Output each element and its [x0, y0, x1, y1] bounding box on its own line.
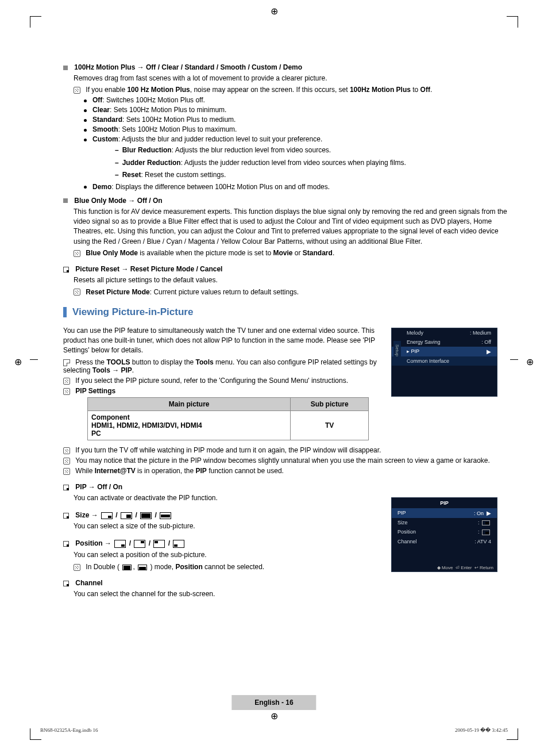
table-cell-main: Component HDMI1, HDMI2, HDMI3/DVI, HDMI4… — [88, 410, 291, 440]
pip-settings-table: Main picture Sub picture Component HDMI1… — [87, 397, 369, 440]
bullet-line: Demo: Displays the difference between 10… — [74, 183, 508, 191]
footer-timestamp: 2009-05-19 �� 3:42:45 — [455, 727, 508, 733]
note-icon — [74, 250, 80, 257]
table-header-main: Main picture — [88, 397, 291, 410]
note-icon — [63, 468, 70, 475]
registration-mark-right: ⊕ — [526, 356, 534, 367]
registration-mark-bottom: ⊕ — [271, 711, 278, 722]
position-br-icon — [114, 540, 126, 548]
note-line: If you turn the TV off while watching in… — [63, 446, 508, 454]
tools-line: Press the TOOLS button to display the To… — [63, 358, 381, 374]
crop-mark — [30, 16, 41, 28]
osd-row-pip: ▸ PIP▶ — [392, 347, 497, 356]
position-br-icon — [482, 529, 490, 535]
body-text: This function is for AV device measureme… — [74, 207, 508, 247]
bullet-line: Standard: Sets 100Hz Motion Plus to medi… — [74, 116, 508, 124]
heading-blue-only: Blue Only Mode → Off / On — [63, 197, 508, 205]
bullet-line: Clear: Sets 100Hz Motion Plus to minimum… — [74, 106, 508, 114]
heading-motion-plus: 100Hz Motion Plus → Off / Clear / Standa… — [63, 63, 508, 71]
bullet-icon — [84, 99, 87, 102]
bullet-line: Custom: Adjusts the blur and judder redu… — [74, 135, 508, 143]
size-medium-icon — [121, 512, 132, 519]
heading-options: Off / Clear / Standard / Smooth / Custom… — [146, 63, 302, 71]
heading-text: 100Hz Motion Plus → — [74, 63, 146, 71]
registration-mark-left: ⊕ — [14, 356, 22, 367]
bullet-line: Off: Switches 100Hz Motion Plus off. — [74, 96, 508, 104]
osd-pip-menu: PIP PIP: On ▶ Size: Position: Channel: A… — [391, 497, 497, 572]
osd-row-pip: PIP: On ▶ — [392, 508, 497, 518]
table-cell-sub: TV — [291, 410, 369, 440]
note-line: If you select the PIP picture sound, ref… — [63, 377, 381, 385]
size-double2-icon — [138, 565, 147, 570]
size-double2-icon — [160, 512, 171, 519]
section-heading-pip: Viewing Picture-in-Picture — [63, 306, 508, 318]
note-line: PIP Settings — [63, 387, 381, 395]
osd-title: PIP — [392, 498, 497, 508]
size-double1-icon — [122, 565, 132, 570]
crop-mark — [30, 728, 41, 740]
bullet-icon — [84, 186, 87, 189]
bullet-icon — [84, 119, 87, 122]
outline-square-icon — [63, 541, 69, 547]
osd-row-common-interface: Common Interface — [392, 356, 497, 366]
note-line: While Internet@TV is in operation, the P… — [63, 467, 508, 475]
body-text: You can use the PIP feature to simultane… — [63, 326, 381, 356]
note-icon — [63, 447, 70, 454]
heading-picture-reset: Picture Reset → Reset Picture Mode / Can… — [63, 265, 508, 273]
bullet-icon — [84, 109, 87, 112]
size-small-icon — [482, 520, 490, 525]
note-icon — [63, 458, 70, 465]
note-icon — [63, 388, 70, 395]
note-icon — [74, 289, 80, 296]
osd-row-melody: Melody: Medium — [392, 328, 497, 337]
heading-channel: Channel — [63, 579, 508, 587]
body-text: Resets all picture settings to the defau… — [74, 275, 508, 285]
position-bl-icon — [173, 540, 184, 548]
osd-tab-label: Setup — [393, 341, 401, 360]
osd-row-energy-saving: Energy Saving: Off — [392, 337, 497, 347]
heading-pip-onoff: PIP → Off / On — [63, 483, 508, 491]
sub-bullet-line: –Reset: Reset the custom settings. — [94, 170, 508, 180]
table-header-sub: Sub picture — [291, 397, 369, 410]
page-number-badge: English - 16 — [231, 695, 316, 710]
footer-filename: BN68-02325A-Eng.indb 16 — [40, 727, 98, 733]
blue-bar-icon — [63, 307, 67, 317]
heading-text: Picture Reset → Reset Picture Mode / Can… — [75, 265, 222, 273]
outline-square-icon — [63, 581, 69, 586]
note-icon — [63, 378, 70, 385]
osd-row-channel: Channel: ATV 4 — [392, 537, 497, 546]
osd-footer: ◆ Move ⏎ Enter ↩ Return — [437, 565, 493, 570]
registration-mark-top: ⊕ — [271, 6, 278, 17]
crop-mark — [510, 359, 518, 360]
note-icon — [74, 564, 80, 571]
note-line: You may notice that the picture in the P… — [63, 456, 508, 465]
size-small-icon — [101, 512, 113, 519]
outline-square-icon — [63, 485, 69, 490]
crop-mark — [507, 16, 518, 28]
sub-bullet-line: –Judder Reduction: Adjusts the judder re… — [94, 158, 508, 168]
bullet-icon — [84, 129, 87, 132]
bullet-line: Smooth: Sets 100Hz Motion Plus to maximu… — [74, 125, 508, 133]
position-tl-icon — [153, 540, 165, 548]
osd-row-size: Size: — [392, 518, 497, 527]
osd-setup-menu: Setup Melody: Medium Energy Saving: Off … — [391, 328, 497, 397]
body-text: Removes drag from fast scenes with a lot… — [74, 74, 508, 83]
note-line: Reset Picture Mode: Current picture valu… — [74, 288, 508, 296]
heading-text: Blue Only Mode → Off / On — [74, 197, 162, 205]
note-icon — [74, 87, 80, 94]
square-bullet-icon — [63, 198, 68, 203]
square-bullet-icon — [63, 66, 68, 70]
outline-square-icon — [63, 513, 69, 519]
note-line: If you enable 100 Hz Motion Plus, noise … — [74, 86, 508, 94]
body-text: You can select the channel for the sub-s… — [74, 589, 508, 599]
crop-mark — [507, 728, 518, 740]
crop-mark — [30, 359, 38, 360]
bullet-icon — [84, 139, 87, 141]
outline-square-icon — [63, 267, 69, 273]
position-tr-icon — [134, 540, 145, 548]
tools-icon — [63, 359, 70, 366]
size-double1-icon — [140, 512, 152, 519]
note-line: Blue Only Mode is available when the pic… — [74, 249, 508, 257]
sub-bullet-line: –Blur Reduction: Adjusts the blur reduct… — [94, 145, 508, 155]
osd-row-position: Position: — [392, 527, 497, 537]
